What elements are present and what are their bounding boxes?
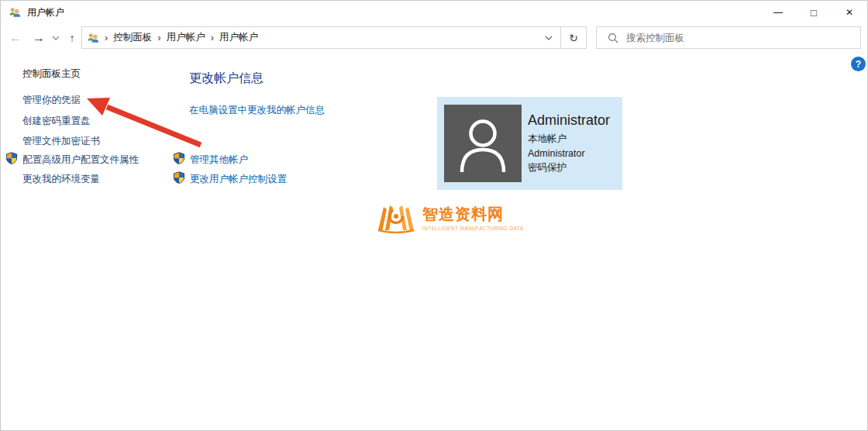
minimize-icon: — bbox=[773, 7, 783, 18]
watermark-subtitle: INTELLIGENT MANUFACTURING DATA bbox=[422, 226, 523, 231]
uac-shield-icon bbox=[173, 171, 185, 184]
back-button[interactable]: ← bbox=[5, 24, 26, 51]
maximize-icon: □ bbox=[811, 7, 817, 19]
account-details: 本地帐户 Administrator 密码保护 bbox=[528, 132, 585, 175]
search-icon bbox=[608, 33, 618, 43]
breadcrumb-separator: › bbox=[152, 32, 166, 43]
sidebar-item-create-password-reset-disk[interactable]: 创建密码重置盘 bbox=[22, 115, 91, 128]
search-box[interactable] bbox=[596, 26, 861, 49]
recent-pages-dropdown-button[interactable] bbox=[49, 24, 63, 51]
uac-shield-icon bbox=[173, 152, 185, 164]
breadcrumb-separator: › bbox=[205, 32, 219, 43]
window-title: 用户帐户 bbox=[27, 1, 64, 24]
sidebar-item-change-environment-variables[interactable]: 更改我的环境变量 bbox=[22, 173, 100, 186]
help-icon: ? bbox=[856, 59, 861, 70]
user-accounts-window: 用户帐户 — □ ✕ ← → ↑ bbox=[0, 0, 868, 431]
user-accounts-icon bbox=[9, 6, 21, 19]
watermark-text: 智造资料网 INTELLIGENT MANUFACTURING DATA bbox=[422, 204, 523, 231]
address-bar[interactable]: › 控制面板 › 用户帐户 › 用户帐户 ↻ bbox=[81, 26, 587, 49]
breadcrumb-item-user-accounts[interactable]: 用户帐户 bbox=[167, 31, 205, 44]
breadcrumb-item-user-accounts-2[interactable]: 用户帐户 bbox=[219, 31, 258, 44]
page-heading: 更改帐户信息 bbox=[189, 71, 264, 87]
link-change-account-info-in-pc-settings[interactable]: 在电脑设置中更改我的帐户信息 bbox=[189, 104, 325, 117]
sidebar-item-manage-file-encryption-certificates[interactable]: 管理文件加密证书 bbox=[22, 135, 100, 148]
account-name: Administrator bbox=[528, 112, 610, 129]
search-input[interactable] bbox=[626, 33, 860, 43]
refresh-button[interactable]: ↻ bbox=[561, 27, 586, 48]
account-role: Administrator bbox=[528, 147, 585, 161]
account-type: 本地帐户 bbox=[528, 132, 585, 147]
account-password-status: 密码保护 bbox=[528, 160, 585, 175]
address-dropdown-button[interactable] bbox=[537, 27, 560, 48]
minimize-button[interactable]: — bbox=[760, 1, 796, 24]
watermark-title: 智造资料网 bbox=[422, 204, 523, 225]
back-icon: ← bbox=[9, 31, 22, 45]
breadcrumb-item-control-panel[interactable]: 控制面板 bbox=[113, 31, 152, 44]
close-button[interactable]: ✕ bbox=[832, 1, 867, 24]
forward-button[interactable]: → bbox=[29, 24, 49, 51]
breadcrumb-separator: › bbox=[99, 32, 113, 43]
forward-icon: → bbox=[33, 31, 45, 45]
sidebar-item-manage-credentials[interactable]: 管理你的凭据 bbox=[22, 94, 81, 107]
uac-shield-icon bbox=[5, 152, 18, 164]
link-manage-other-accounts[interactable]: 管理其他帐户 bbox=[190, 153, 248, 167]
up-button[interactable]: ↑ bbox=[63, 24, 81, 51]
navigation-bar: ← → ↑ › 控制面板 › 用户帐户 › 用户帐户 bbox=[1, 24, 867, 51]
up-icon: ↑ bbox=[70, 32, 75, 44]
user-accounts-icon bbox=[87, 32, 99, 44]
sidebar-item-control-panel-home[interactable]: 控制面板主页 bbox=[22, 67, 81, 81]
sidebar-item-configure-advanced-user-profile[interactable]: 配置高级用户配置文件属性 bbox=[22, 153, 139, 167]
watermark-book-flame-icon bbox=[376, 201, 416, 233]
chevron-down-icon bbox=[52, 36, 60, 40]
maximize-button[interactable]: □ bbox=[796, 1, 832, 24]
chevron-down-icon bbox=[545, 36, 553, 40]
watermark-logo: 智造资料网 INTELLIGENT MANUFACTURING DATA bbox=[376, 201, 523, 233]
refresh-icon: ↻ bbox=[569, 32, 578, 44]
link-change-uac-settings[interactable]: 更改用户帐户控制设置 bbox=[190, 173, 287, 186]
help-button[interactable]: ? bbox=[851, 57, 866, 71]
window-titlebar: 用户帐户 — □ ✕ bbox=[1, 1, 867, 24]
window-controls: — □ ✕ bbox=[760, 1, 867, 24]
close-icon: ✕ bbox=[846, 7, 853, 18]
user-info-panel: Administrator 本地帐户 Administrator 密码保护 bbox=[437, 97, 622, 190]
user-avatar bbox=[444, 105, 522, 182]
